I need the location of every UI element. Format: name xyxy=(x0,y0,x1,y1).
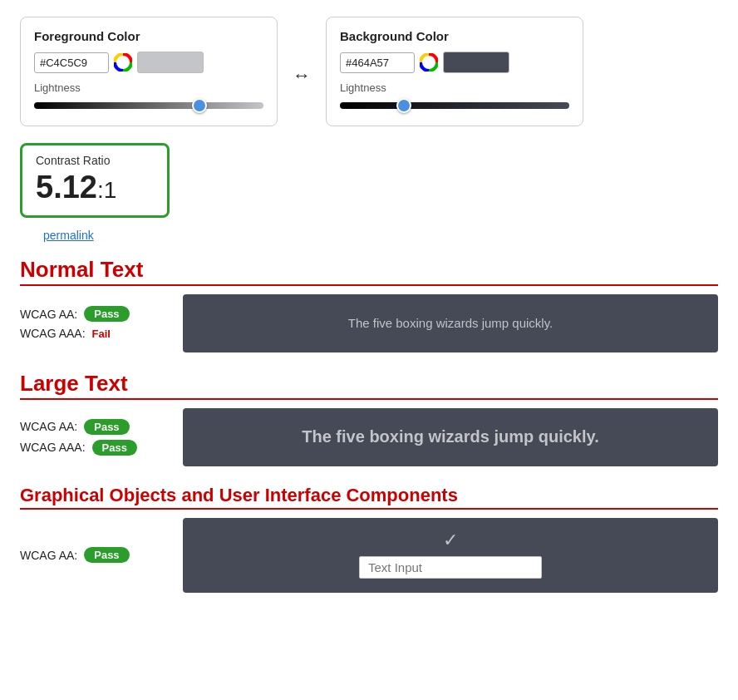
foreground-lightness-track xyxy=(34,102,263,109)
contrast-ratio-value: 5.12:1 xyxy=(36,170,154,205)
background-lightness-thumb[interactable] xyxy=(396,98,411,113)
large-text-wcag-aaa-label: WCAG AAA: xyxy=(20,441,86,454)
graphical-wcag-aa-row: WCAG AA: Pass xyxy=(20,547,170,563)
graphical-wcag-aa-label: WCAG AA: xyxy=(20,549,77,562)
foreground-swatch xyxy=(137,52,204,73)
background-swatch xyxy=(443,52,509,73)
large-text-wcag-aa-row: WCAG AA: Pass xyxy=(20,419,170,435)
normal-text-wcag-aaa-badge: Fail xyxy=(92,328,111,340)
large-text-preview-row: WCAG AA: Pass WCAG AAA: Pass The five bo… xyxy=(20,408,718,466)
normal-text-preview-box: The five boxing wizards jump quickly. xyxy=(183,294,718,352)
permalink-link[interactable]: permalink xyxy=(43,229,94,242)
normal-text-wcag-aa-row: WCAG AA: Pass xyxy=(20,306,170,322)
foreground-hex-input[interactable] xyxy=(34,52,109,73)
contrast-ratio-label: Contrast Ratio xyxy=(36,154,154,167)
normal-text-wcag-aa-label: WCAG AA: xyxy=(20,308,77,321)
foreground-title: Foreground Color xyxy=(34,29,263,43)
graphical-wcag-aa-badge: Pass xyxy=(84,547,129,563)
large-text-divider xyxy=(20,398,718,400)
normal-text-preview-row: WCAG AA: Pass WCAG AAA: Fail The five bo… xyxy=(20,294,718,352)
contrast-ratio-box: Contrast Ratio 5.12:1 xyxy=(20,143,170,218)
large-text-wcag-aa-label: WCAG AA: xyxy=(20,420,77,433)
large-text-badges: WCAG AA: Pass WCAG AAA: Pass xyxy=(20,408,170,466)
graphical-preview-row: WCAG AA: Pass ✓ xyxy=(20,518,718,593)
foreground-lightness-slider[interactable] xyxy=(34,97,263,114)
color-pickers-row: Foreground Color Lightness ↔ Background … xyxy=(20,17,718,126)
contrast-ratio-number: 5.12 xyxy=(36,170,97,205)
large-text-preview-box: The five boxing wizards jump quickly. xyxy=(183,408,718,466)
large-text-wcag-aaa-badge: Pass xyxy=(92,440,137,456)
normal-text-badges: WCAG AA: Pass WCAG AAA: Fail xyxy=(20,294,170,352)
foreground-color-wheel-icon[interactable] xyxy=(114,53,132,71)
normal-text-section: Normal Text WCAG AA: Pass WCAG AAA: Fail… xyxy=(20,257,718,352)
normal-text-wcag-aaa-label: WCAG AAA: xyxy=(20,327,86,340)
background-lightness-track xyxy=(340,102,569,109)
normal-text-preview-text: The five boxing wizards jump quickly. xyxy=(348,316,554,330)
large-text-section: Large Text WCAG AA: Pass WCAG AAA: Pass … xyxy=(20,371,718,466)
large-text-wcag-aaa-row: WCAG AAA: Pass xyxy=(20,440,170,456)
large-text-preview-text: The five boxing wizards jump quickly. xyxy=(302,427,598,446)
foreground-lightness-thumb[interactable] xyxy=(192,98,207,113)
background-title: Background Color xyxy=(340,29,569,43)
normal-text-heading: Normal Text xyxy=(20,257,718,283)
graphical-preview-box: ✓ xyxy=(183,518,718,593)
graphical-badges: WCAG AA: Pass xyxy=(20,518,170,593)
background-hex-input[interactable] xyxy=(340,52,415,73)
large-text-wcag-aa-badge: Pass xyxy=(84,419,129,435)
normal-text-wcag-aaa-row: WCAG AAA: Fail xyxy=(20,327,170,340)
background-color-wheel-icon[interactable] xyxy=(420,53,438,71)
background-input-row xyxy=(340,52,569,73)
foreground-lightness-label: Lightness xyxy=(34,81,263,94)
text-input-field[interactable] xyxy=(359,556,542,579)
normal-text-divider xyxy=(20,284,718,286)
graphical-divider xyxy=(20,508,718,510)
foreground-input-row xyxy=(34,52,263,73)
contrast-ratio-suffix: :1 xyxy=(97,177,116,203)
swap-colors-button[interactable]: ↔ xyxy=(278,65,326,86)
normal-text-wcag-aa-badge: Pass xyxy=(84,306,129,322)
checkmark-icon: ✓ xyxy=(443,531,458,550)
background-lightness-label: Lightness xyxy=(340,81,569,94)
large-text-heading: Large Text xyxy=(20,371,718,397)
graphical-heading: Graphical Objects and User Interface Com… xyxy=(20,485,718,506)
background-panel: Background Color Lightness xyxy=(326,17,583,126)
graphical-section: Graphical Objects and User Interface Com… xyxy=(20,485,718,593)
foreground-panel: Foreground Color Lightness xyxy=(20,17,278,126)
background-lightness-slider[interactable] xyxy=(340,97,569,114)
